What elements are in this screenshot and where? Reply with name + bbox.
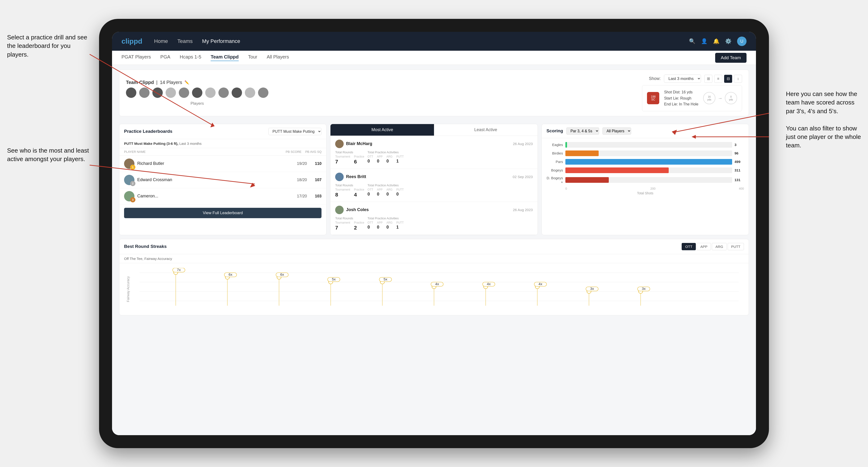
bar-birdies: Birdies 96 bbox=[547, 151, 744, 156]
show-control: Show: Last 3 months ⊞ ≡ ⊟ ↕ bbox=[649, 74, 742, 83]
tab-hcaps[interactable]: Hcaps 1-5 bbox=[180, 54, 201, 61]
bar-track-pars bbox=[565, 159, 732, 165]
svg-text:5x: 5x bbox=[332, 277, 336, 281]
pa-stat-total-rounds: Total Rounds Tournament 7 Practice 6 bbox=[335, 151, 366, 165]
streak-btn-app[interactable]: APP bbox=[697, 243, 711, 250]
bar-track bbox=[565, 142, 732, 148]
pa-header-2: Rees Britt 02 Sep 2023 bbox=[335, 173, 533, 181]
drill-select[interactable]: PUTT Must Make Putting bbox=[269, 128, 321, 135]
pa-name-3: Josh Coles bbox=[335, 206, 369, 214]
player-avatar bbox=[258, 88, 269, 98]
grid-view-btn[interactable]: ⊞ bbox=[704, 75, 712, 83]
activity-card: Most Active Least Active Blair McHarg 26… bbox=[330, 124, 537, 235]
tab-least-active[interactable]: Least Active bbox=[434, 124, 537, 135]
user-icon[interactable]: 👤 bbox=[701, 38, 707, 44]
players-label: Players bbox=[126, 101, 269, 106]
nav-home[interactable]: Home bbox=[154, 38, 168, 44]
view-icons: ⊞ ≡ ⊟ ↕ bbox=[704, 75, 742, 83]
svg-text:3x: 3x bbox=[590, 287, 594, 290]
streaks-btns: OTT APP ARG PUTT bbox=[682, 243, 744, 250]
pa-stat-practice-activities-2: Total Practice Activities OTT 0 APP 0 bbox=[368, 184, 404, 198]
player-avatar bbox=[179, 88, 189, 98]
tab-team-clippd[interactable]: Team Clippd bbox=[211, 54, 239, 61]
player-avatar bbox=[139, 88, 150, 98]
show-period-select[interactable]: Last 3 months bbox=[664, 74, 701, 83]
streak-btn-ott[interactable]: OTT bbox=[682, 243, 696, 250]
bar-fill-bogeys bbox=[565, 167, 669, 173]
bell-icon[interactable]: 🔔 bbox=[713, 38, 719, 44]
shot-circles: 16 yds → 0 yds bbox=[703, 92, 737, 104]
bar-eagles: Eagles 3 bbox=[547, 142, 744, 148]
pa-stats-2: Total Rounds Tournament 8 Practice 4 bbox=[335, 184, 533, 198]
pa-name-2: Rees Britt bbox=[335, 173, 366, 181]
player-activity-2: Rees Britt 02 Sep 2023 Total Rounds Tour… bbox=[331, 169, 537, 202]
ipad-frame: clippd Home Teams My Performance 🔍 👤 🔔 ⚙… bbox=[99, 19, 769, 448]
lb-avatar-1: 1 bbox=[124, 158, 134, 169]
svg-rect-21 bbox=[382, 282, 382, 306]
shot-details: Shot Dist: 16 yds Start Lie: Rough End L… bbox=[664, 89, 699, 107]
streaks-chart: Fairway Accuracy 7x bbox=[119, 263, 749, 315]
activity-tabs: Most Active Least Active bbox=[331, 124, 537, 136]
card-view-btn[interactable]: ⊟ bbox=[724, 75, 732, 83]
shot-circle-1: 16 yds bbox=[703, 92, 715, 104]
tab-pgat-players[interactable]: PGAT Players bbox=[121, 54, 151, 61]
svg-text:Fairway Accuracy: Fairway Accuracy bbox=[126, 276, 130, 302]
shot-info-card: 198 SC Shot Dist: 16 yds Start Lie: Roug… bbox=[642, 85, 742, 111]
navbar-icons: 🔍 👤 🔔 ⚙️ U bbox=[689, 36, 747, 46]
shot-arrow: → bbox=[718, 96, 722, 101]
bar-track-bogeys bbox=[565, 167, 732, 173]
edit-icon[interactable]: ✏️ bbox=[184, 80, 189, 85]
search-icon[interactable]: 🔍 bbox=[689, 38, 695, 44]
pa-name-1: Blair McHarg bbox=[335, 139, 372, 148]
pa-stat-practice-activities-3: Total Practice Activities OTT 0 APP 0 bbox=[368, 217, 404, 231]
bar-fill-dbogeys bbox=[565, 177, 609, 183]
svg-text:4x: 4x bbox=[435, 282, 439, 286]
pa-header-1: Blair McHarg 26 Aug 2023 bbox=[335, 139, 533, 148]
svg-rect-25 bbox=[434, 287, 434, 306]
svg-text:7x: 7x bbox=[177, 268, 181, 272]
lb-badge-silver: 2 bbox=[130, 181, 135, 186]
bar-fill-pars bbox=[565, 159, 732, 165]
player-activity-1: Blair McHarg 26 Aug 2023 Total Rounds To… bbox=[331, 136, 537, 169]
scoring-par-filter[interactable]: Par 3, 4 & 5s bbox=[566, 127, 599, 135]
bar-bogeys: Bogeys 311 bbox=[547, 167, 744, 173]
shot-badge: 198 SC bbox=[647, 92, 659, 104]
add-team-button[interactable]: Add Team bbox=[715, 53, 747, 63]
nav-my-performance[interactable]: My Performance bbox=[202, 38, 240, 44]
tab-pga[interactable]: PGA bbox=[160, 54, 170, 61]
annotation-left-2: See who is the most and least active amo… bbox=[7, 146, 92, 163]
scoring-player-filter[interactable]: All Players bbox=[602, 127, 631, 135]
pa-stat-total-rounds-3: Total Rounds Tournament 7 Practice 2 bbox=[335, 217, 366, 231]
lb-badge-gold: 1 bbox=[130, 165, 135, 170]
bar-dbogeys: D. Bogeys + 131 bbox=[547, 176, 744, 184]
svg-text:6x: 6x bbox=[228, 273, 232, 276]
streaks-header: Best Round Streaks OTT APP ARG PUTT bbox=[119, 239, 749, 254]
leaderboard-subtitle: PUTT Must Make Putting (3-6 ft), Last 3 … bbox=[119, 139, 326, 148]
table-view-btn[interactable]: ≡ bbox=[714, 75, 722, 83]
team-header: Team Clippd | 14 Players ✏️ bbox=[119, 69, 749, 116]
leaderboard-card: Practice Leaderboards PUTT Must Make Put… bbox=[119, 124, 327, 235]
shot-circle-2: 0 yds bbox=[725, 92, 737, 104]
streak-btn-putt[interactable]: PUTT bbox=[728, 243, 744, 250]
pa-stats-3: Total Rounds Tournament 7 Practice 2 bbox=[335, 217, 533, 231]
streak-btn-arg[interactable]: ARG bbox=[712, 243, 727, 250]
tab-tour[interactable]: Tour bbox=[248, 54, 257, 61]
ipad-screen: clippd Home Teams My Performance 🔍 👤 🔔 ⚙… bbox=[112, 32, 756, 435]
avatar[interactable]: U bbox=[737, 36, 747, 46]
navbar: clippd Home Teams My Performance 🔍 👤 🔔 ⚙… bbox=[112, 32, 756, 51]
player-avatar bbox=[205, 88, 216, 98]
view-full-leaderboard-button[interactable]: View Full Leaderboard bbox=[124, 208, 321, 218]
player-activity-3: Josh Coles 26 Aug 2023 Total Rounds Tour… bbox=[331, 202, 537, 235]
lb-col-headers: PLAYER NAME PB SCORE PB AVG SQ bbox=[119, 148, 326, 156]
three-col-section: Practice Leaderboards PUTT Must Make Put… bbox=[119, 124, 749, 235]
team-title: Team Clippd | 14 Players ✏️ bbox=[126, 80, 269, 85]
bar-track-birdies bbox=[565, 151, 732, 156]
tab-all-players[interactable]: All Players bbox=[267, 54, 289, 61]
app-brand: clippd bbox=[121, 37, 142, 45]
tab-most-active[interactable]: Most Active bbox=[331, 124, 434, 135]
player-avatar bbox=[218, 88, 229, 98]
list-view-btn[interactable]: ↕ bbox=[734, 75, 742, 83]
nav-teams[interactable]: Teams bbox=[177, 38, 193, 44]
player-avatar bbox=[231, 88, 242, 98]
settings-icon[interactable]: ⚙️ bbox=[725, 38, 732, 44]
